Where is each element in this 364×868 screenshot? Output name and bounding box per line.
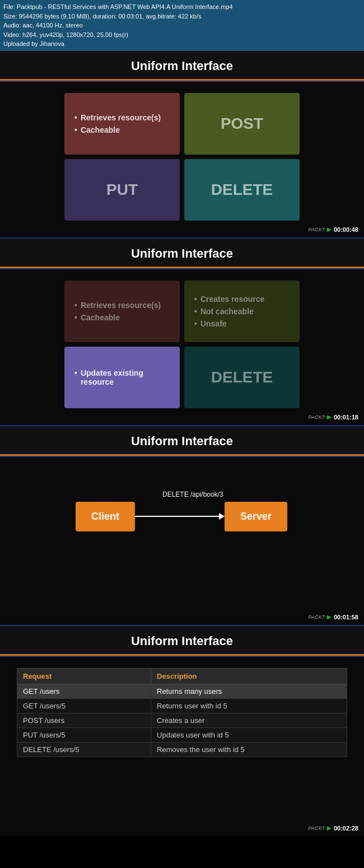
put-active-bullet-1: Updates existing resource [74,368,170,386]
section-2: Uniform Interface Retrieves resource(s) … [0,239,364,426]
table-header-row: Request Description [17,668,347,684]
timestamp-bar-1: PACKT ▶ 00:00:48 [309,226,358,233]
table-area: Request Description GET /usersReturns ma… [17,668,347,757]
table-cell-request: GET /users [17,684,151,698]
diagram-area: DELETE /api/book/3 Client Server [34,468,330,543]
table-row: GET /users/5Returns user with id 5 [17,698,347,713]
packt-play-2: ▶ [327,414,332,420]
timestamp-bar-4: PACKT ▶ 00:02:28 [309,825,358,832]
frame-3-content: DELETE /api/book/3 Client Server PACKT ▶… [0,457,364,625]
table-row: POST /usersCreates a user [17,713,347,727]
frame-2-content: Retrieves resource(s) Cacheable Creates … [0,269,364,425]
post-dim-box: Creates resource Not cacheable Unsafe [184,281,300,342]
section-4-title: Uniform Interface [0,626,364,654]
get-bullet-2: Cacheable [74,125,120,134]
packt-logo-2: PACKT [309,414,325,420]
timestamp-3: 00:01:58 [334,614,358,620]
table-cell-request: DELETE /users/5 [17,742,151,757]
table-cell-description: Returns user with id 5 [151,698,347,713]
file-info-line5: Uploaded by Jihanova [3,39,361,49]
post-dim-bullet-2: Not cacheable [194,307,254,316]
get-dim-box: Retrieves resource(s) Cacheable [64,281,180,342]
packt-logo-1: PACKT [309,227,325,232]
table-cell-request: PUT /users/5 [17,727,151,742]
packt-play-3: ▶ [327,614,332,620]
section-3: Uniform Interface DELETE /api/book/3 Cli… [0,426,364,626]
timestamp-2: 00:01:18 [334,414,358,421]
timestamp-4: 00:02:28 [334,825,358,832]
frame-1-content: Retrieves resource(s) Cacheable POST PUT… [0,82,364,237]
col-request: Request [17,668,151,684]
delete-method-box: DELETE [184,159,300,221]
timestamp-1: 00:00:48 [334,226,358,233]
post-dim-bullet-3: Unsafe [194,319,227,328]
table-cell-request: GET /users/5 [17,698,151,713]
table-cell-request: POST /users [17,713,151,727]
file-info-line1: File: Packtpub - RESTful Services with A… [3,2,361,12]
section-3-title: Uniform Interface [0,426,364,454]
server-box: Server [225,502,287,531]
request-arrow [135,513,225,520]
table-cell-description: Updates user with id 5 [151,727,347,742]
timestamp-bar-3: PACKT ▶ 00:01:58 [309,614,358,620]
put-method-box: PUT [64,159,180,221]
table-cell-description: Removes the user with id 5 [151,742,347,757]
table-row: PUT /users/5Updates user with id 5 [17,727,347,742]
section-2-title: Uniform Interface [0,239,364,267]
delete-dim-box: DELETE [184,347,300,408]
methods-grid-1: Retrieves resource(s) Cacheable POST PUT… [64,93,300,221]
file-info-line3: Audio: aac, 44100 Hz, stereo [3,21,361,30]
put-active-box: Updates existing resource [64,347,180,408]
file-info-line4: Video: h264, yuv420p, 1280x720, 25.00 fp… [3,30,361,40]
packt-play-1: ▶ [327,226,332,232]
client-box: Client [76,502,135,531]
file-info-header: File: Packtpub - RESTful Services with A… [0,0,364,51]
post-label: POST [221,115,263,133]
put-label: PUT [106,181,138,199]
delete-label: DELETE [211,181,273,199]
client-server-row: Client Server [76,502,288,531]
get-dim-bullet-2: Cacheable [74,313,120,322]
col-description: Description [151,668,347,684]
section-1-title: Uniform Interface [0,51,364,79]
table-cell-description: Creates a user [151,713,347,727]
packt-play-4: ▶ [327,825,332,831]
table-cell-description: Returns many users [151,684,347,698]
packt-logo-4: PACKT [309,825,325,831]
table-row: GET /usersReturns many users [17,684,347,698]
post-dim-bullet-1: Creates resource [194,295,264,304]
timestamp-bar-2: PACKT ▶ 00:01:18 [309,414,358,421]
table-row: DELETE /users/5Removes the user with id … [17,742,347,757]
get-bullet-1: Retrieves resource(s) [74,113,161,122]
methods-grid-2: Retrieves resource(s) Cacheable Creates … [64,281,300,408]
file-info-line2: Size: 9544296 bytes (9.10 MiB), duration… [3,12,361,21]
section-4: Uniform Interface Request Description GE… [0,626,364,836]
api-table: Request Description GET /usersReturns ma… [17,668,347,757]
arrow-line [135,516,219,517]
post-method-box: POST [184,93,300,155]
get-dim-bullet-1: Retrieves resource(s) [74,301,161,310]
section-1: Uniform Interface Retrieves resource(s) … [0,51,364,239]
arrow-head [219,513,225,520]
get-method-box: Retrieves resource(s) Cacheable [64,93,180,155]
packt-logo-3: PACKT [309,614,325,620]
delete-dim-label: DELETE [211,368,273,386]
frame-4-content: Request Description GET /usersReturns ma… [0,657,364,836]
delete-api-label: DELETE /api/book/3 [162,491,223,498]
